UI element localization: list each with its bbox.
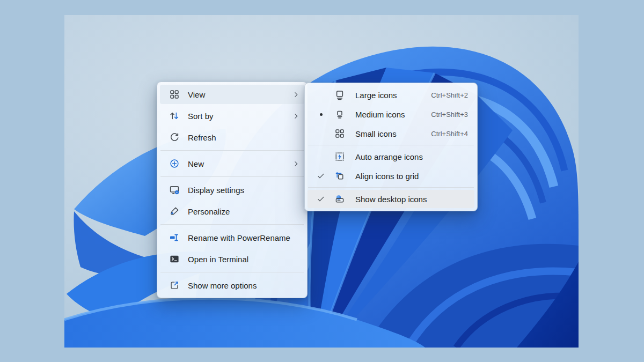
sort-arrows-icon	[169, 110, 180, 121]
menu-item-new[interactable]: New	[160, 154, 304, 173]
chevron-right-icon	[292, 112, 300, 120]
menu-separator	[160, 272, 304, 272]
menu-item-label: Open in Terminal	[188, 255, 248, 264]
paintbrush-icon	[169, 206, 180, 217]
menu-item-refresh[interactable]: Refresh	[160, 128, 304, 147]
submenu-item-label: Auto arrange icons	[355, 152, 423, 161]
menu-item-display-settings[interactable]: Display settings	[160, 180, 304, 200]
show-desktop-icon	[334, 194, 345, 204]
menu-item-label: New	[188, 159, 204, 168]
plus-circle-icon	[169, 158, 180, 169]
powerrename-icon	[169, 232, 180, 243]
submenu-item-label: Show desktop icons	[355, 195, 427, 204]
menu-item-sort-by[interactable]: Sort by	[160, 106, 304, 125]
marker-none	[316, 128, 326, 139]
menu-separator	[160, 150, 304, 151]
menu-item-label: Display settings	[188, 186, 244, 195]
menu-separator	[308, 145, 474, 145]
submenu-item-show-desktop-icons[interactable]: Show desktop icons	[308, 190, 474, 208]
menu-item-open-in-terminal[interactable]: Open in Terminal	[160, 249, 304, 269]
menu-separator	[160, 224, 304, 225]
menu-item-label: Refresh	[188, 133, 216, 142]
menu-separator	[308, 187, 474, 188]
menu-item-personalize[interactable]: Personalize	[160, 202, 304, 221]
display-settings-icon	[169, 184, 180, 195]
menu-item-show-more-options[interactable]: Show more options	[160, 276, 304, 295]
auto-arrange-icon	[334, 151, 345, 162]
shortcut-text: Ctrl+Shift+3	[431, 110, 468, 119]
medium-icons-icon	[334, 109, 345, 120]
chevron-right-icon	[292, 91, 300, 99]
menu-item-label: Rename with PowerRename	[188, 233, 290, 242]
submenu-item-medium-icons[interactable]: Medium icons Ctrl+Shift+3	[308, 105, 474, 123]
submenu-item-label: Large icons	[355, 91, 397, 100]
submenu-item-label: Align icons to grid	[355, 172, 419, 181]
menu-separator	[160, 176, 304, 177]
submenu-item-label: Small icons	[355, 129, 397, 138]
menu-item-label: View	[188, 90, 205, 99]
submenu-item-align-icons-to-grid[interactable]: Align icons to grid	[308, 167, 474, 185]
screenshot-root: { "context_menu": { "groups": [ { "items…	[0, 0, 644, 362]
shortcut-text: Ctrl+Shift+4	[431, 130, 468, 138]
checkmark-icon	[316, 171, 326, 181]
menu-item-label: Personalize	[188, 207, 230, 216]
chevron-right-icon	[292, 160, 300, 168]
menu-item-rename-with-powerrename[interactable]: Rename with PowerRename	[160, 228, 304, 247]
expand-icon	[169, 280, 180, 291]
bullet-selected-icon	[316, 109, 326, 120]
submenu-item-auto-arrange-icons[interactable]: Auto arrange icons	[308, 147, 474, 166]
large-icons-icon	[334, 90, 345, 100]
submenu-item-large-icons[interactable]: Large icons Ctrl+Shift+2	[308, 86, 474, 104]
align-grid-icon	[334, 171, 345, 181]
checkmark-icon	[316, 194, 326, 204]
terminal-icon	[169, 254, 180, 264]
shortcut-text: Ctrl+Shift+2	[431, 91, 468, 99]
grid-icon	[169, 89, 180, 100]
submenu-item-label: Medium icons	[355, 110, 405, 119]
submenu-item-small-icons[interactable]: Small icons Ctrl+Shift+4	[308, 124, 474, 143]
context-menu: View Sort by Refresh New Display setting…	[157, 82, 308, 298]
menu-item-label: Show more options	[188, 281, 257, 290]
menu-item-label: Sort by	[188, 112, 214, 121]
marker-none	[316, 151, 326, 162]
refresh-icon	[169, 132, 180, 143]
view-submenu: Large icons Ctrl+Shift+2 Medium icons Ct…	[304, 83, 478, 211]
marker-none	[316, 90, 326, 100]
small-icons-icon	[334, 128, 345, 139]
menu-item-view[interactable]: View	[160, 85, 304, 104]
